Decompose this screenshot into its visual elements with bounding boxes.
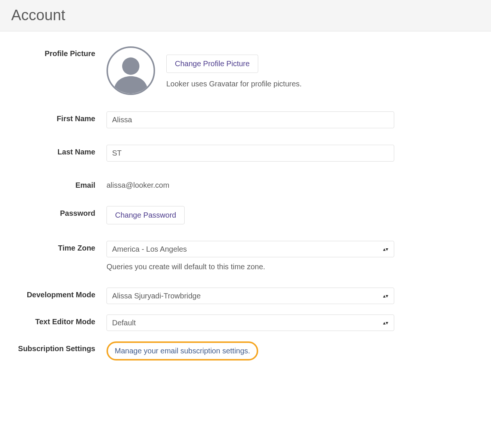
label-email: Email xyxy=(11,178,106,190)
profile-picture-help: Looker uses Gravatar for profile picture… xyxy=(166,80,302,88)
row-last-name: Last Name xyxy=(11,145,480,162)
time-zone-help: Queries you create will default to this … xyxy=(106,263,394,271)
page-header: Account xyxy=(0,0,491,31)
manage-subscription-link[interactable]: Manage your email subscription settings. xyxy=(115,347,250,355)
label-last-name: Last Name xyxy=(11,145,106,156)
label-time-zone: Time Zone xyxy=(11,241,106,252)
row-password: Password Change Password xyxy=(11,206,480,224)
row-first-name: First Name xyxy=(11,111,480,128)
row-subscription-settings: Subscription Settings Manage your email … xyxy=(11,341,480,360)
row-time-zone: Time Zone America - Los Angeles ▴▾ Queri… xyxy=(11,241,480,271)
row-text-editor-mode: Text Editor Mode Default ▴▾ xyxy=(11,314,480,331)
development-mode-select[interactable]: Alissa Sjuryadi-Trowbridge xyxy=(106,288,394,304)
label-development-mode: Development Mode xyxy=(11,288,106,299)
avatar-icon xyxy=(106,46,155,95)
text-editor-mode-select[interactable]: Default xyxy=(106,314,394,331)
first-name-input[interactable] xyxy=(106,111,394,128)
label-subscription-settings: Subscription Settings xyxy=(11,341,106,353)
account-form: Profile Picture Change Profile Picture L… xyxy=(0,31,491,372)
subscription-highlight: Manage your email subscription settings. xyxy=(106,341,258,360)
row-development-mode: Development Mode Alissa Sjuryadi-Trowbri… xyxy=(11,288,480,304)
label-profile-picture: Profile Picture xyxy=(11,46,106,58)
email-value: alissa@looker.com xyxy=(106,178,394,190)
svg-point-0 xyxy=(122,58,139,75)
last-name-input[interactable] xyxy=(106,145,394,162)
change-password-button[interactable]: Change Password xyxy=(106,206,185,224)
page-title: Account xyxy=(11,7,480,24)
label-first-name: First Name xyxy=(11,111,106,123)
row-profile-picture: Profile Picture Change Profile Picture L… xyxy=(11,46,480,95)
label-text-editor-mode: Text Editor Mode xyxy=(11,314,106,326)
time-zone-select[interactable]: America - Los Angeles xyxy=(106,241,394,257)
change-profile-picture-button[interactable]: Change Profile Picture xyxy=(166,55,258,73)
row-email: Email alissa@looker.com xyxy=(11,178,480,190)
label-password: Password xyxy=(11,206,106,218)
